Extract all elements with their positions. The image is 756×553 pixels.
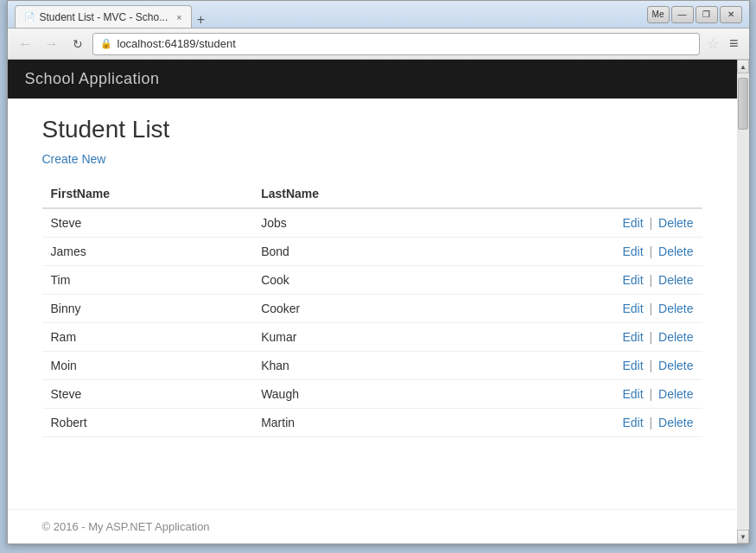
- address-bar[interactable]: [118, 37, 692, 50]
- cell-lastname: Khan: [252, 352, 459, 380]
- cell-firstname: Tim: [42, 266, 253, 295]
- restore-button[interactable]: ❐: [696, 6, 718, 23]
- active-tab[interactable]: 📄 Student List - MVC - Scho... ×: [15, 5, 192, 28]
- cell-lastname: Kumar: [252, 323, 459, 352]
- tab-bar: 📄 Student List - MVC - Scho... × +: [15, 1, 211, 28]
- minimize-button[interactable]: —: [671, 6, 694, 23]
- cell-firstname: Ram: [42, 323, 253, 352]
- table-row: JamesBondEdit | Delete: [42, 238, 702, 266]
- students-table: FirstName LastName SteveJobsEdit | Delet…: [42, 180, 702, 437]
- action-separator: |: [646, 245, 656, 258]
- delete-link[interactable]: Delete: [658, 273, 693, 287]
- bookmark-button[interactable]: ☆: [703, 35, 722, 52]
- table-row: SteveJobsEdit | Delete: [42, 208, 702, 238]
- cell-actions: Edit | Delete: [460, 238, 702, 266]
- browser-window: 📄 Student List - MVC - Scho... × + Me — …: [7, 0, 750, 544]
- table-row: RobertMartinEdit | Delete: [42, 409, 702, 437]
- scrollbar-thumb[interactable]: [738, 78, 748, 130]
- forward-button[interactable]: →: [41, 33, 63, 55]
- table-row: BinnyCookerEdit | Delete: [42, 295, 702, 323]
- action-separator: |: [646, 302, 656, 315]
- cell-lastname: Bond: [252, 238, 459, 266]
- cell-actions: Edit | Delete: [460, 380, 702, 409]
- cell-actions: Edit | Delete: [460, 208, 702, 238]
- user-button[interactable]: Me: [647, 6, 670, 23]
- tab-title: Student List - MVC - Scho...: [40, 11, 168, 23]
- table-row: TimCookEdit | Delete: [42, 266, 702, 295]
- cell-lastname: Jobs: [252, 208, 459, 238]
- scrollbar-up-button[interactable]: ▲: [737, 60, 749, 73]
- action-separator: |: [646, 387, 656, 401]
- tab-page-icon: 📄: [24, 12, 35, 22]
- refresh-button[interactable]: ↻: [67, 33, 89, 55]
- action-separator: |: [646, 273, 656, 287]
- delete-link[interactable]: Delete: [658, 302, 693, 315]
- cell-firstname: Steve: [42, 380, 253, 409]
- cell-lastname: Waugh: [252, 380, 459, 409]
- close-button[interactable]: ✕: [720, 6, 742, 23]
- tab-close-button[interactable]: ×: [176, 12, 181, 22]
- cell-actions: Edit | Delete: [460, 323, 702, 352]
- address-icon: 🔒: [100, 38, 112, 49]
- cell-actions: Edit | Delete: [460, 409, 702, 437]
- action-separator: |: [646, 330, 656, 344]
- edit-link[interactable]: Edit: [622, 387, 643, 401]
- table-header-row: FirstName LastName: [42, 180, 702, 208]
- action-separator: |: [646, 359, 656, 372]
- main-content: Student List Create New FirstName LastNa…: [8, 99, 737, 509]
- delete-link[interactable]: Delete: [658, 245, 693, 258]
- address-bar-container: 🔒: [92, 33, 700, 55]
- title-bar: 📄 Student List - MVC - Scho... × + Me — …: [8, 1, 749, 29]
- cell-firstname: Robert: [42, 409, 253, 437]
- table-row: RamKumarEdit | Delete: [42, 323, 702, 352]
- table-row: SteveWaughEdit | Delete: [42, 380, 702, 409]
- create-new-link[interactable]: Create New: [42, 152, 106, 166]
- browser-toolbar: ← → ↻ 🔒 ☆ ≡: [8, 29, 749, 60]
- cell-firstname: Steve: [42, 208, 253, 238]
- new-tab-button[interactable]: +: [192, 12, 210, 28]
- scrollbar-track[interactable]: [737, 73, 749, 530]
- delete-link[interactable]: Delete: [658, 330, 693, 344]
- cell-firstname: Moin: [42, 352, 253, 380]
- browser-menu-button[interactable]: ≡: [726, 35, 742, 53]
- cell-firstname: James: [42, 238, 253, 266]
- column-lastname: LastName: [252, 180, 459, 208]
- cell-actions: Edit | Delete: [460, 352, 702, 380]
- cell-lastname: Cooker: [252, 295, 459, 323]
- scrollbar: ▲ ▼: [737, 60, 749, 543]
- cell-actions: Edit | Delete: [460, 295, 702, 323]
- column-firstname: FirstName: [42, 180, 253, 208]
- table-header: FirstName LastName: [42, 180, 702, 208]
- edit-link[interactable]: Edit: [622, 216, 643, 230]
- column-actions: [460, 180, 702, 208]
- window-controls: Me — ❐ ✕: [647, 6, 742, 23]
- delete-link[interactable]: Delete: [658, 416, 693, 429]
- app-title: School Application: [25, 70, 160, 87]
- back-button[interactable]: ←: [15, 33, 37, 55]
- edit-link[interactable]: Edit: [622, 273, 643, 287]
- page-content: School Application Student List Create N…: [8, 60, 737, 543]
- edit-link[interactable]: Edit: [622, 359, 643, 372]
- cell-firstname: Binny: [42, 295, 253, 323]
- table-body: SteveJobsEdit | DeleteJamesBondEdit | De…: [42, 208, 702, 437]
- page-footer: © 2016 - My ASP.NET Application: [8, 509, 737, 543]
- delete-link[interactable]: Delete: [658, 387, 693, 401]
- edit-link[interactable]: Edit: [622, 302, 643, 315]
- edit-link[interactable]: Edit: [622, 416, 643, 429]
- action-separator: |: [646, 216, 656, 230]
- app-header: School Application: [8, 60, 737, 99]
- cell-lastname: Martin: [252, 409, 459, 437]
- table-row: MoinKhanEdit | Delete: [42, 352, 702, 380]
- page-area: School Application Student List Create N…: [8, 60, 749, 543]
- scrollbar-down-button[interactable]: ▼: [737, 530, 749, 543]
- edit-link[interactable]: Edit: [622, 245, 643, 258]
- edit-link[interactable]: Edit: [622, 330, 643, 344]
- action-separator: |: [646, 416, 656, 429]
- page-title: Student List: [42, 116, 702, 143]
- delete-link[interactable]: Delete: [658, 359, 693, 372]
- cell-actions: Edit | Delete: [460, 266, 702, 295]
- cell-lastname: Cook: [252, 266, 459, 295]
- delete-link[interactable]: Delete: [658, 216, 693, 230]
- footer-text: © 2016 - My ASP.NET Application: [42, 520, 210, 533]
